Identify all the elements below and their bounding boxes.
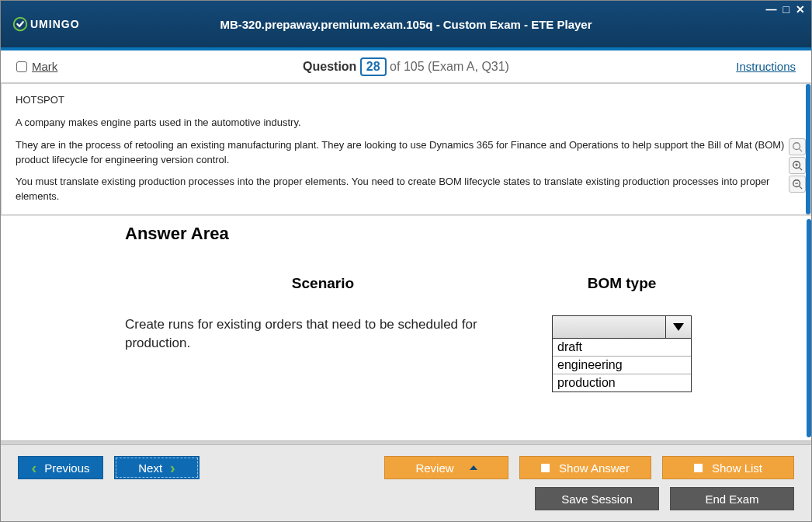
svg-marker-10 [673,323,684,331]
question-p2: They are in the process of retooling an … [16,138,796,168]
svg-line-4 [800,168,803,171]
footer-row-1: Previous Next Review Show Answer Show Li… [1,445,811,487]
bom-dropdown[interactable] [552,315,692,339]
bom-dropdown-options: draft engineering production [552,339,692,392]
bom-option[interactable]: engineering [553,357,691,374]
mark-checkbox[interactable] [16,61,27,72]
zoom-tools [789,138,806,193]
save-session-button[interactable]: Save Session [535,487,659,510]
question-label: Question [303,60,356,73]
question-total: of 105 (Exam A, Q31) [390,60,509,73]
question-info: Question 28 of 105 (Exam A, Q31) [1,57,811,76]
scenario-head: Scenario [125,275,521,292]
show-answer-label: Show Answer [559,461,630,475]
next-button[interactable]: Next [114,456,200,479]
scrollbar[interactable] [807,219,811,437]
titlebar: — □ ✕ UMINGO MB-320.prepaway.premium.exa… [1,1,811,47]
question-number: 28 [360,57,387,76]
previous-button[interactable]: Previous [18,456,103,479]
checkmark-icon [12,16,29,33]
mark-label: Mark [32,60,57,73]
next-label: Next [138,461,162,475]
answer-area-title: Answer Area [125,224,796,244]
bom-column: BOM type draft engineering production [552,275,692,392]
window-controls: — □ ✕ [766,4,805,15]
previous-label: Previous [44,461,89,475]
question-p1: A company makes engine parts used in the… [16,116,796,130]
zoom-out-icon[interactable] [789,176,806,193]
svg-point-1 [793,143,800,150]
question-body: HOTSPOT A company makes engine parts use… [1,83,811,215]
svg-line-2 [800,149,803,152]
review-button[interactable]: Review [384,456,508,479]
answer-area: Answer Area Scenario Create runs for exi… [1,215,811,440]
scenario-text: Create runs for existing orders that nee… [125,315,521,353]
mark-toggle[interactable]: Mark [16,60,57,73]
show-list-label: Show List [712,461,762,475]
bom-option[interactable]: production [553,374,691,392]
minimize-icon[interactable]: — [766,4,777,15]
show-list-checkbox[interactable] [694,464,703,472]
bom-dropdown-selected[interactable] [553,316,666,338]
close-icon[interactable]: ✕ [796,4,805,15]
review-label: Review [415,461,453,475]
svg-line-8 [800,186,803,190]
question-tag: HOTSPOT [16,93,796,108]
footer: Previous Next Review Show Answer Show Li… [1,440,811,521]
end-exam-button[interactable]: End Exam [670,487,794,510]
chevron-up-icon [470,465,477,470]
answer-table: Scenario Create runs for existing orders… [125,275,796,392]
bom-head: BOM type [552,275,692,292]
bom-option[interactable]: draft [553,339,691,357]
show-list-button[interactable]: Show List [662,456,794,479]
maximize-icon[interactable]: □ [783,4,789,15]
window-title: MB-320.prepaway.premium.exam.105q - Cust… [1,18,811,31]
chevron-down-icon[interactable] [666,316,691,338]
question-p3: You must translate existing production p… [16,175,796,204]
question-header: Mark Question 28 of 105 (Exam A, Q31) In… [1,50,811,83]
search-icon[interactable] [789,138,806,155]
instructions-link[interactable]: Instructions [736,60,796,73]
show-answer-checkbox[interactable] [541,464,550,472]
scenario-column: Scenario Create runs for existing orders… [125,275,521,392]
footer-row-2: Save Session End Exam [1,487,811,521]
app-logo: UMINGO [12,16,80,33]
show-answer-button[interactable]: Show Answer [519,456,651,479]
zoom-in-icon[interactable] [789,157,806,174]
scrollbar[interactable] [806,84,810,214]
logo-text: UMINGO [30,18,80,30]
